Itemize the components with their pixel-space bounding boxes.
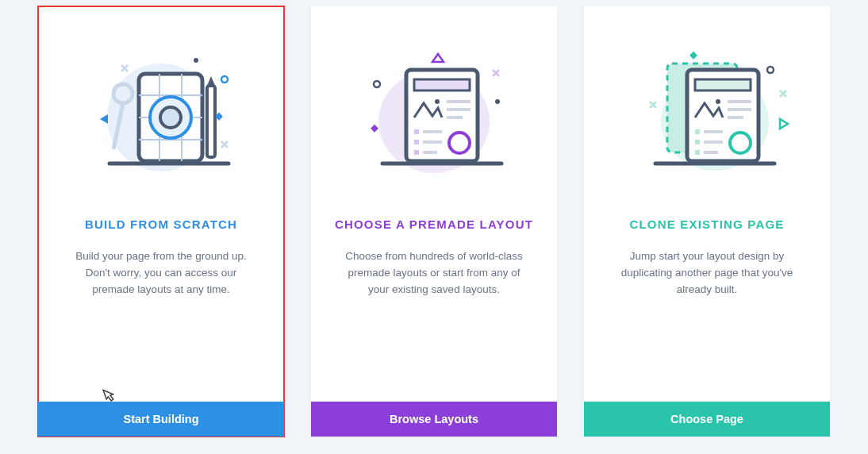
card-description: Jump start your layout design by duplica…	[584, 248, 830, 298]
card-clone-existing-page[interactable]: CLONE EXISTING PAGE Jump start your layo…	[584, 6, 830, 437]
svg-rect-24	[414, 79, 470, 90]
svg-point-16	[221, 76, 228, 83]
svg-rect-32	[414, 140, 419, 144]
card-description: Build your page from the ground up. Don'…	[38, 248, 284, 298]
svg-rect-30	[414, 129, 419, 134]
svg-rect-62	[689, 52, 697, 60]
svg-rect-52	[695, 129, 700, 134]
card-build-from-scratch[interactable]: BUILD FROM SCRATCH Build your page from …	[38, 6, 284, 437]
svg-rect-47	[695, 79, 751, 90]
card-title: CLONE EXISTING PAGE	[629, 217, 784, 231]
card-title: CHOOSE A PREMADE LAYOUT	[335, 217, 533, 231]
svg-rect-54	[695, 140, 700, 144]
svg-marker-38	[432, 54, 444, 62]
svg-rect-34	[414, 150, 419, 155]
card-choose-premade-layout[interactable]: CHOOSE A PREMADE LAYOUT Choose from hund…	[311, 6, 557, 437]
svg-point-39	[374, 81, 380, 87]
card-title: BUILD FROM SCRATCH	[85, 217, 237, 231]
svg-point-40	[495, 99, 500, 104]
start-building-button[interactable]: Start Building	[38, 402, 284, 437]
svg-rect-41	[371, 125, 378, 133]
svg-point-10	[160, 107, 181, 128]
svg-rect-56	[695, 150, 700, 155]
illustration-clone	[584, 6, 830, 189]
svg-marker-61	[780, 119, 788, 129]
illustration-scratch	[38, 6, 284, 189]
svg-point-48	[716, 99, 720, 104]
illustration-premade	[311, 6, 557, 189]
svg-point-60	[767, 67, 774, 73]
browse-layouts-button[interactable]: Browse Layouts	[311, 402, 557, 437]
choose-page-button[interactable]: Choose Page	[584, 402, 830, 437]
svg-marker-14	[100, 114, 108, 124]
svg-marker-12	[207, 76, 215, 86]
svg-rect-11	[207, 86, 215, 157]
svg-point-26	[435, 99, 440, 104]
card-description: Choose from hundreds of world-class prem…	[311, 248, 557, 298]
option-cards-row: BUILD FROM SCRATCH Build your page from …	[0, 0, 868, 443]
svg-point-15	[194, 58, 198, 63]
